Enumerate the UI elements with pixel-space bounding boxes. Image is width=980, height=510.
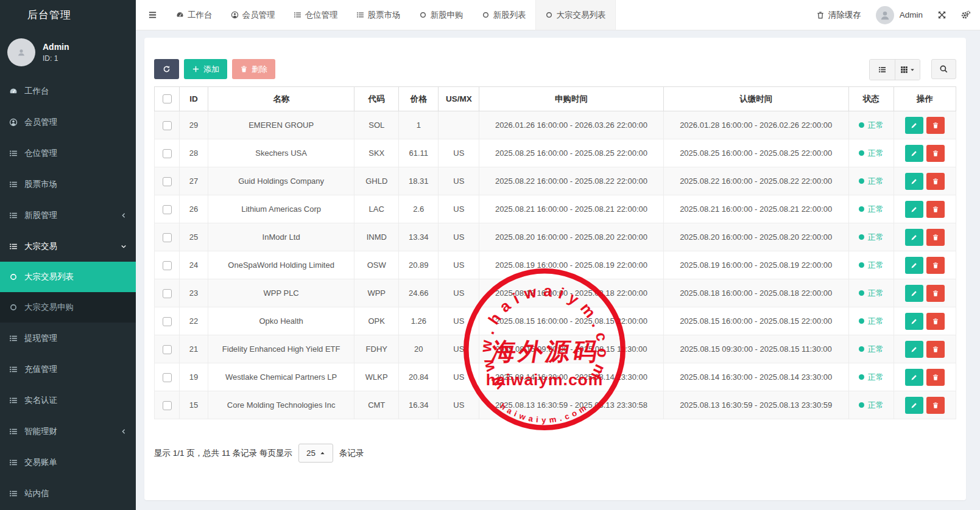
trash-solid-icon bbox=[932, 318, 939, 325]
edit-button[interactable] bbox=[905, 369, 923, 386]
cell-actions bbox=[894, 391, 956, 419]
user-silhouette-icon bbox=[17, 48, 26, 57]
row-checkbox[interactable] bbox=[163, 177, 172, 186]
delete-row-button[interactable] bbox=[926, 145, 945, 162]
clear-cache-button[interactable]: 清除缓存 bbox=[816, 10, 861, 21]
table-row: 22Opko HealthOPK1.26US2025.08.15 16:00:0… bbox=[155, 307, 956, 335]
cell-status: 正常 bbox=[848, 111, 894, 139]
cell-checkbox bbox=[155, 139, 180, 167]
delete-row-button[interactable] bbox=[926, 173, 945, 190]
cell-id: 25 bbox=[180, 223, 208, 251]
user-menu[interactable]: Admin bbox=[876, 6, 923, 24]
status-dot bbox=[859, 150, 864, 156]
edit-button[interactable] bbox=[905, 229, 923, 246]
settings-gear-button[interactable] bbox=[961, 10, 970, 19]
tab-会员管理[interactable]: 会员管理 bbox=[222, 0, 284, 30]
row-checkbox[interactable] bbox=[163, 261, 172, 270]
select-all-header bbox=[155, 87, 180, 111]
status-label: 正常 bbox=[868, 344, 884, 355]
edit-button[interactable] bbox=[905, 341, 923, 358]
cell-market: US bbox=[439, 167, 479, 195]
cell-id: 24 bbox=[180, 251, 208, 279]
sidebar-item-站内信[interactable]: 站内信 bbox=[0, 478, 136, 509]
delete-row-button[interactable] bbox=[926, 341, 945, 358]
list-icon bbox=[9, 396, 18, 405]
sidebar-item-新股管理[interactable]: 新股管理 bbox=[0, 200, 136, 231]
delete-row-button[interactable] bbox=[926, 201, 945, 218]
delete-row-button[interactable] bbox=[926, 369, 945, 386]
tab-新股列表[interactable]: 新股列表 bbox=[473, 0, 535, 30]
cell-id: 19 bbox=[180, 363, 208, 391]
trash-solid-icon bbox=[932, 290, 939, 297]
edit-button[interactable] bbox=[905, 145, 923, 162]
chevron-down-icon bbox=[121, 243, 127, 250]
cell-checkbox bbox=[155, 279, 180, 307]
delete-row-button[interactable] bbox=[926, 257, 945, 274]
edit-button[interactable] bbox=[905, 201, 923, 218]
edit-button[interactable] bbox=[905, 173, 923, 190]
edit-button[interactable] bbox=[905, 285, 923, 302]
sidebar-item-仓位管理[interactable]: 仓位管理 bbox=[0, 138, 136, 169]
fullscreen-button[interactable] bbox=[937, 10, 947, 19]
sidebar-item-label: 站内信 bbox=[24, 488, 49, 499]
columns-view-button[interactable] bbox=[895, 60, 920, 80]
row-checkbox[interactable] bbox=[163, 149, 172, 158]
tab-新股申购[interactable]: 新股申购 bbox=[410, 0, 473, 30]
row-checkbox[interactable] bbox=[163, 401, 172, 410]
edit-button[interactable] bbox=[905, 257, 923, 274]
sidebar-item-交易账单[interactable]: 交易账单 bbox=[0, 447, 136, 478]
select-all-checkbox[interactable] bbox=[163, 94, 172, 103]
delete-row-button[interactable] bbox=[926, 397, 945, 414]
table-row: 15Core Molding Technologies IncCMT16.34U… bbox=[155, 391, 956, 419]
sidebar-item-label: 股票市场 bbox=[24, 179, 57, 190]
refresh-button[interactable] bbox=[154, 59, 179, 79]
row-checkbox[interactable] bbox=[163, 121, 172, 130]
sidebar-item-会员管理[interactable]: 会员管理 bbox=[0, 107, 136, 138]
topnav-user-name: Admin bbox=[900, 10, 923, 19]
pagination: 显示 1/1 页，总共 11 条记录 每页显示 25 条记录 bbox=[154, 444, 956, 463]
edit-button[interactable] bbox=[905, 313, 923, 330]
sidebar-item-股票市场[interactable]: 股票市场 bbox=[0, 169, 136, 200]
tab-工作台[interactable]: 工作台 bbox=[167, 0, 222, 30]
delete-row-button[interactable] bbox=[926, 313, 945, 330]
row-checkbox[interactable] bbox=[163, 373, 172, 382]
sidebar-item-大宗交易[interactable]: 大宗交易 bbox=[0, 231, 136, 262]
pencil-icon bbox=[911, 290, 918, 297]
delete-button[interactable]: 删除 bbox=[232, 59, 275, 79]
tab-大宗交易列表[interactable]: 大宗交易列表 bbox=[535, 0, 616, 30]
add-button[interactable]: 添加 bbox=[184, 59, 227, 79]
status-label: 正常 bbox=[868, 204, 884, 215]
sidebar-item-实名认证[interactable]: 实名认证 bbox=[0, 385, 136, 416]
sidebar-item-充值管理[interactable]: 充值管理 bbox=[0, 354, 136, 385]
tab-股票市场[interactable]: 股票市场 bbox=[347, 0, 410, 30]
member-icon bbox=[231, 11, 239, 19]
edit-button[interactable] bbox=[905, 397, 923, 414]
cell-actions bbox=[894, 223, 956, 251]
edit-button[interactable] bbox=[905, 117, 923, 134]
cell-subscribe-time: 2025.08.20 16:00:00 - 2025.08.20 22:00:0… bbox=[663, 223, 848, 251]
row-checkbox[interactable] bbox=[163, 345, 172, 354]
pencil-icon bbox=[911, 178, 918, 185]
topnav-right: 清除缓存 Admin bbox=[816, 0, 980, 30]
list-view-button[interactable] bbox=[870, 60, 895, 80]
sidebar-item-提现管理[interactable]: 提现管理 bbox=[0, 323, 136, 354]
tab-仓位管理[interactable]: 仓位管理 bbox=[284, 0, 347, 30]
row-checkbox[interactable] bbox=[163, 317, 172, 326]
sidebar-item-工作台[interactable]: 工作台 bbox=[0, 75, 136, 107]
cell-apply-time: 2025.08.20 16:00:00 - 2025.08.20 22:00:0… bbox=[479, 223, 663, 251]
search-button[interactable] bbox=[931, 59, 956, 79]
row-checkbox[interactable] bbox=[163, 233, 172, 242]
pencil-icon bbox=[911, 374, 918, 381]
row-checkbox[interactable] bbox=[163, 289, 172, 298]
list-view-icon bbox=[878, 66, 886, 74]
delete-row-button[interactable] bbox=[926, 285, 945, 302]
delete-row-button[interactable] bbox=[926, 229, 945, 246]
sidebar-item-大宗交易申购[interactable]: 大宗交易申购 bbox=[0, 292, 136, 323]
sidebar-item-智能理财[interactable]: 智能理财 bbox=[0, 416, 136, 447]
cell-subscribe-time: 2025.08.14 16:30:00 - 2025.08.14 23:30:0… bbox=[663, 363, 848, 391]
delete-row-button[interactable] bbox=[926, 117, 945, 134]
page-size-select[interactable]: 25 bbox=[298, 444, 333, 463]
sidebar-toggle-button[interactable] bbox=[136, 0, 167, 30]
row-checkbox[interactable] bbox=[163, 205, 172, 214]
sidebar-item-大宗交易列表[interactable]: 大宗交易列表 bbox=[0, 262, 136, 292]
